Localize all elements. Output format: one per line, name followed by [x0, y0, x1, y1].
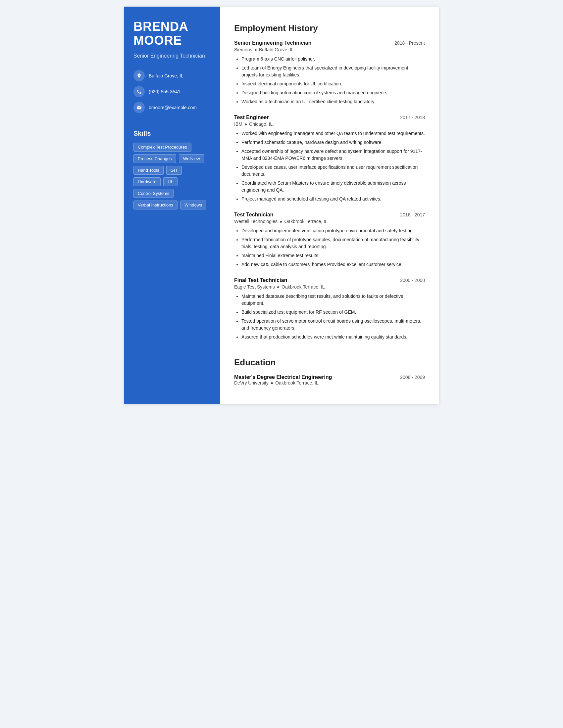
list-item: Developed and implemented verification p…: [241, 227, 425, 234]
job-date: 2000 - 2008: [400, 278, 425, 283]
job-header: Test Technician2016 - 2017: [234, 212, 425, 218]
job-company: Westell Technologies●Oakbrook Terrace, I…: [234, 219, 425, 224]
skills-list: Complex Test ProceduresProcess ChangesWe…: [133, 143, 211, 209]
list-item: Coordinated with Scrum Masters to ensure…: [241, 180, 425, 194]
job-title: Test Technician: [234, 212, 273, 218]
list-item: Developed use cases, user interface spec…: [241, 164, 425, 178]
company-name: Eagle Test Systems: [234, 284, 275, 290]
employment-heading: Employment History: [234, 23, 425, 33]
list-item: Build specialized test equipment for RF …: [241, 309, 425, 316]
job-company: IBM●Chicago, IL: [234, 121, 425, 127]
candidate-title: Senior Engineering Technician: [133, 52, 211, 60]
job-bullets: Maintained database describing test resu…: [234, 293, 425, 341]
skills-heading: Skills: [133, 130, 211, 137]
education-heading: Education: [234, 357, 425, 368]
job-item: Test Engineer2017 - 2018IBM●Chicago, ILW…: [234, 114, 425, 203]
job-title: Final Test Technician: [234, 277, 287, 283]
company-location: Chicago, IL: [249, 121, 272, 127]
bullet: ●: [244, 121, 247, 127]
company-location: Buffalo Grove, IL: [259, 47, 294, 52]
skill-tag: Wellview: [179, 154, 204, 163]
company-name: IBM: [234, 121, 242, 127]
list-item: Worked with engineering managers and oth…: [241, 130, 425, 137]
list-item: Maintained database describing test resu…: [241, 293, 425, 307]
job-date: 2017 - 2018: [400, 115, 425, 120]
company-location: Oakbrook Terrace, IL: [282, 284, 325, 290]
bullet: ●: [279, 219, 282, 224]
job-bullets: Program 6-axis CNC airfoil polisher.Led …: [234, 56, 425, 105]
main-content: Employment History Senior Engineering Te…: [220, 7, 439, 404]
edu-header: Master's Degree Electrical Engineering20…: [234, 374, 425, 380]
list-item: Program 6-axis CNC airfoil polisher.: [241, 56, 425, 63]
list-item: maintained Finial extreme test results.: [241, 252, 425, 259]
bullet: ●: [254, 47, 257, 52]
jobs-container: Senior Engineering Technician2018 - Pres…: [234, 40, 425, 341]
resume-container: BRENDA MOORE Senior Engineering Technici…: [124, 7, 439, 404]
contact-location: Buffalo Grove, IL: [133, 70, 211, 81]
list-item: Tested operation of servo motor control …: [241, 318, 425, 332]
list-item: Performed fabrication of prototype sampl…: [241, 236, 425, 250]
list-item: Accepted ownership of legacy hardware de…: [241, 148, 425, 162]
job-company: Eagle Test Systems●Oakbrook Terrace, IL: [234, 284, 425, 290]
skill-tag: Verbal Instructions: [133, 201, 177, 209]
contact-email: bmoore@example.com: [133, 102, 211, 113]
education-container: Master's Degree Electrical Engineering20…: [234, 374, 425, 386]
education-section: Education Master's Degree Electrical Eng…: [234, 357, 425, 386]
skill-tag: UL: [163, 177, 177, 186]
list-item: Assured that production schedules were m…: [241, 334, 425, 341]
skill-tag: GIT: [166, 166, 182, 175]
job-item: Test Technician2016 - 2017Westell Techno…: [234, 212, 425, 268]
job-company: Siemens●Buffalo Grove, IL: [234, 47, 425, 52]
job-bullets: Developed and implemented verification p…: [234, 227, 425, 268]
contact-phone: (920) 555-3541: [133, 86, 211, 97]
location-icon: [133, 70, 145, 81]
company-location: Oakbrook Terrace, IL: [284, 219, 327, 224]
skill-tag: Complex Test Procedures: [133, 143, 191, 152]
school-name: DeVry University: [234, 380, 268, 386]
job-bullets: Worked with engineering managers and oth…: [234, 130, 425, 203]
bullet: ●: [277, 284, 279, 290]
list-item: Designed building automation control sys…: [241, 89, 425, 96]
job-date: 2018 - Present: [395, 40, 425, 46]
email-icon: [133, 102, 145, 113]
phone-icon: [133, 86, 145, 97]
job-header: Test Engineer2017 - 2018: [234, 114, 425, 120]
job-item: Final Test Technician2000 - 2008Eagle Te…: [234, 277, 425, 341]
skill-tag: Hand Tools: [133, 166, 164, 175]
skills-section: Skills Complex Test ProceduresProcess Ch…: [133, 130, 211, 209]
school-location: Oakbrook Terrace, IL: [275, 380, 318, 386]
skill-tag: Process Changes: [133, 154, 176, 163]
bullet: ●: [270, 380, 273, 386]
list-item: Worked as a technician in an UL certifie…: [241, 98, 425, 105]
skill-tag: Hardware: [133, 177, 161, 186]
company-name: Westell Technologies: [234, 219, 277, 224]
list-item: Add new cat5 cable to customers' homes P…: [241, 261, 425, 268]
skill-tag: Windows: [180, 201, 206, 209]
list-item: Project managed and scheduled all testin…: [241, 196, 425, 203]
job-header: Final Test Technician2000 - 2008: [234, 277, 425, 283]
candidate-name: BRENDA MOORE: [133, 20, 211, 48]
job-item: Senior Engineering Technician2018 - Pres…: [234, 40, 425, 105]
sidebar: BRENDA MOORE Senior Engineering Technici…: [124, 7, 220, 404]
list-item: Performed schematic capture, hardware de…: [241, 139, 425, 146]
edu-item: Master's Degree Electrical Engineering20…: [234, 374, 425, 386]
edu-school: DeVry University●Oakbrook Terrace, IL: [234, 380, 425, 386]
edu-date: 2008 - 2009: [400, 375, 425, 380]
job-title: Senior Engineering Technician: [234, 40, 312, 46]
contact-section: Buffalo Grove, IL (920) 555-3541 bmoore@…: [133, 70, 211, 113]
edu-degree: Master's Degree Electrical Engineering: [234, 374, 332, 380]
job-date: 2016 - 2017: [400, 212, 425, 217]
list-item: Inspect electrical components for UL cer…: [241, 80, 425, 87]
company-name: Siemens: [234, 47, 252, 52]
job-title: Test Engineer: [234, 114, 269, 120]
job-header: Senior Engineering Technician2018 - Pres…: [234, 40, 425, 46]
skill-tag: Control Systems: [133, 189, 173, 198]
list-item: Led team of Energy Engineers that specia…: [241, 65, 425, 78]
